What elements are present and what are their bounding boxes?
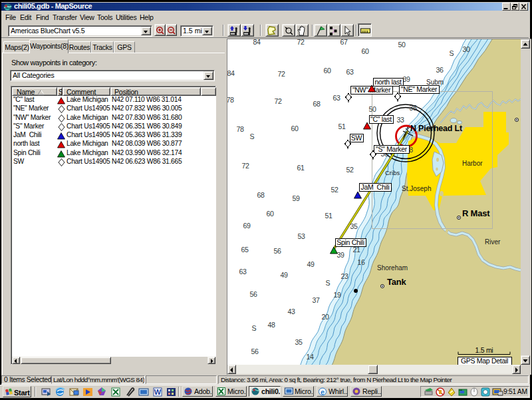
svg-text:e: e — [321, 388, 325, 396]
svg-text:35: 35 — [409, 104, 417, 112]
svg-text:49: 49 — [307, 260, 315, 268]
svg-text:65: 65 — [241, 246, 249, 254]
svg-text:SW: SW — [351, 134, 362, 142]
svg-text:S: S — [450, 49, 454, 57]
svg-text:56: 56 — [251, 347, 259, 355]
svg-text:78: 78 — [236, 125, 244, 133]
svg-text:30: 30 — [462, 45, 470, 53]
svg-text:R Mast: R Mast — [462, 208, 490, 218]
svg-text:16: 16 — [357, 258, 365, 266]
svg-text:33: 33 — [396, 116, 404, 124]
svg-text:50: 50 — [368, 105, 376, 113]
svg-text:Cribs: Cribs — [385, 169, 400, 176]
svg-text:north last: north last — [374, 78, 402, 86]
svg-text:51: 51 — [338, 122, 346, 130]
svg-text:68: 68 — [313, 100, 321, 108]
svg-text:"S" Marker: "S" Marker — [376, 145, 408, 153]
svg-text:84: 84 — [227, 69, 235, 77]
svg-text:67: 67 — [340, 39, 348, 46]
svg-text:43: 43 — [287, 307, 295, 315]
svg-text:60: 60 — [323, 67, 331, 75]
svg-text:S: S — [250, 132, 255, 140]
svg-text:78: 78 — [227, 96, 234, 104]
svg-text:52: 52 — [331, 186, 338, 194]
svg-text:60: 60 — [266, 210, 274, 218]
svg-text:W: W — [154, 388, 162, 396]
svg-text:63: 63 — [332, 94, 340, 102]
svg-text:"C" last: "C" last — [370, 115, 392, 123]
svg-text:52: 52 — [346, 166, 354, 174]
svg-text:63: 63 — [239, 268, 247, 276]
svg-text:48: 48 — [267, 321, 275, 329]
svg-text:72: 72 — [277, 70, 285, 78]
svg-text:63: 63 — [346, 68, 354, 76]
svg-text:1.5 mi: 1.5 mi — [475, 346, 493, 354]
svg-text:N Pierhead Lt: N Pierhead Lt — [410, 124, 463, 133]
svg-text:68: 68 — [257, 191, 265, 199]
svg-text:39: 39 — [402, 75, 410, 83]
svg-text:51: 51 — [325, 212, 332, 220]
svg-text:Shoreham: Shoreham — [377, 264, 408, 272]
svg-text:69: 69 — [243, 222, 251, 230]
svg-text:53: 53 — [297, 232, 305, 240]
svg-text:39: 39 — [336, 251, 344, 259]
svg-text:35: 35 — [350, 222, 358, 230]
svg-text:8: 8 — [409, 146, 413, 154]
svg-text:56: 56 — [249, 290, 257, 298]
svg-text:23: 23 — [340, 272, 348, 280]
svg-text:56: 56 — [273, 247, 281, 255]
svg-text:JaM Chili: JaM Chili — [360, 183, 389, 191]
svg-text:20: 20 — [321, 313, 329, 321]
svg-text:72: 72 — [297, 39, 305, 46]
svg-text:"NE" Marker: "NE" Marker — [401, 85, 438, 93]
svg-text:60: 60 — [361, 47, 369, 55]
svg-text:60: 60 — [291, 124, 299, 132]
svg-text:72: 72 — [274, 97, 282, 105]
svg-text:50: 50 — [398, 41, 406, 49]
svg-text:Tank: Tank — [387, 277, 407, 287]
svg-text:River: River — [485, 238, 501, 246]
svg-text:19: 19 — [333, 291, 341, 299]
svg-text:61: 61 — [297, 164, 305, 172]
svg-text:Spin Chili: Spin Chili — [336, 238, 364, 246]
svg-text:84: 84 — [253, 39, 261, 46]
svg-text:Harbor: Harbor — [462, 160, 483, 167]
svg-text:S: S — [252, 324, 257, 332]
svg-text:14: 14 — [306, 353, 314, 361]
svg-text:72: 72 — [241, 162, 249, 170]
svg-text:GPS Map Detail: GPS Map Detail — [461, 357, 508, 365]
svg-text:59: 59 — [292, 194, 300, 202]
svg-text:37: 37 — [312, 296, 320, 304]
svg-text:49: 49 — [280, 271, 288, 279]
svg-text:35: 35 — [295, 338, 303, 346]
svg-text:21: 21 — [352, 246, 360, 254]
svg-text:36: 36 — [436, 66, 444, 74]
svg-text:St.Joseph: St.Joseph — [402, 185, 431, 192]
svg-text:S: S — [326, 279, 331, 287]
